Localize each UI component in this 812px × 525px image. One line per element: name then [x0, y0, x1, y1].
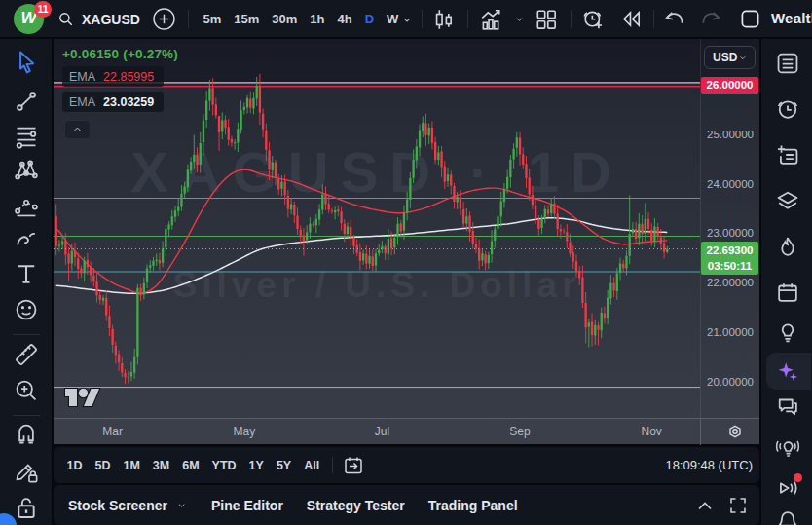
ideas-bulb-icon — [775, 319, 800, 345]
timeframe-30m[interactable]: 30m — [267, 9, 302, 29]
timeframe-15m[interactable]: 15m — [229, 9, 264, 29]
level-price-badge: 26.00000 — [701, 77, 758, 94]
goto-date-button[interactable] — [343, 455, 364, 476]
lock-all-tool[interactable] — [14, 495, 39, 520]
bar-replay-button[interactable] — [619, 8, 643, 31]
layout-grid-button[interactable] — [535, 8, 558, 31]
streams-bulb-button[interactable] — [775, 435, 800, 461]
layers-button[interactable] — [775, 188, 800, 213]
timeframe-d[interactable]: D — [360, 9, 379, 29]
redo-button[interactable] — [699, 8, 722, 31]
timeframe-4h[interactable]: 4h — [333, 9, 357, 29]
tab-label: Pine Editor — [211, 498, 283, 513]
drawing-lock-tool[interactable] — [14, 459, 39, 484]
chart-style-button[interactable] — [432, 8, 456, 31]
chat-button[interactable] — [775, 394, 800, 419]
range-1m[interactable]: 1M — [117, 455, 146, 476]
zoom-in-tool[interactable] — [14, 378, 39, 403]
bottom-panel-tabs: Stock ScreenerPine EditorStrategy Tester… — [54, 498, 518, 513]
month-label-mar: Mar — [102, 425, 123, 438]
timeframe-1h[interactable]: 1h — [305, 9, 329, 29]
month-label-sep: Sep — [509, 425, 530, 438]
fib-retracement-tool[interactable] — [14, 124, 39, 149]
alert-clock-button[interactable] — [775, 96, 800, 122]
tab-stock-screener[interactable]: Stock Screener — [68, 498, 188, 513]
month-label-jul: Jul — [375, 425, 389, 438]
lock-all-icon — [14, 495, 39, 520]
hotlist-flame-button[interactable] — [775, 234, 800, 259]
indicators-menu-button[interactable] — [513, 13, 526, 25]
candles-icon — [432, 8, 456, 31]
price-axis[interactable]: USD 25.0000024.0000023.0000022.0000021.0… — [700, 39, 759, 418]
ai-sparkles-button[interactable] — [775, 358, 800, 384]
timeframe-group: 5m15m30m1h4hDW — [197, 0, 405, 38]
panel-maximize-button[interactable] — [728, 496, 748, 515]
notifications-bell-button[interactable] — [775, 508, 800, 525]
live-play-button[interactable] — [775, 475, 800, 501]
create-alert-button[interactable] — [581, 8, 605, 31]
indicator-legend-row[interactable]: EMA23.03259 — [62, 92, 164, 112]
watchlist-button[interactable] — [775, 51, 800, 76]
tradingview-logo[interactable] — [65, 389, 99, 406]
maximize-icon — [728, 496, 748, 515]
price-tick-label: 25.00000 — [707, 129, 754, 140]
axis-settings-button[interactable] — [725, 422, 745, 441]
right-sidebar — [760, 39, 812, 525]
calendar-icon — [775, 280, 800, 305]
currency-select[interactable]: USD — [704, 46, 756, 69]
panel-collapse-button[interactable] — [695, 496, 715, 515]
ideas-bulb-button[interactable] — [775, 319, 800, 345]
xabcd-pattern-tool[interactable] — [14, 158, 39, 183]
current-price-value: 22.69300 — [701, 243, 758, 258]
indicator-legend-row[interactable]: EMA22.85995 — [62, 66, 164, 87]
legend-collapse-button[interactable] — [64, 120, 91, 139]
time-axis[interactable]: MarMayJulSepNov — [54, 418, 759, 444]
calendar-goto-icon — [343, 455, 364, 476]
brush-tool[interactable] — [14, 227, 39, 252]
indicator-legend-rows: EMA22.85995EMA23.03259 — [62, 66, 178, 112]
tab-strategy-tester[interactable]: Strategy Tester — [307, 498, 405, 513]
tab-pine-editor[interactable]: Pine Editor — [211, 498, 283, 513]
forecast-tool[interactable] — [14, 194, 39, 219]
toolbar-divider — [422, 10, 423, 28]
bar-close-countdown: 03:50:11 — [701, 258, 758, 274]
toolbar-divider — [188, 10, 189, 28]
range-ytd[interactable]: YTD — [205, 455, 242, 476]
gear-icon — [725, 422, 745, 441]
text-tool[interactable] — [14, 261, 39, 286]
tab-trading-panel[interactable]: Trading Panel — [428, 498, 518, 513]
range-6m[interactable]: 6M — [176, 455, 205, 476]
app-logo[interactable]: W 11 — [13, 3, 57, 36]
range-1y[interactable]: 1Y — [242, 455, 270, 476]
price-tick-label: 22.00000 — [707, 277, 754, 288]
timeframe-5m[interactable]: 5m — [199, 9, 227, 29]
bar-replay-icon — [619, 8, 643, 31]
save-layout-square-icon — [740, 9, 760, 29]
ruler-icon — [14, 342, 39, 367]
range-1d[interactable]: 1D — [60, 455, 89, 476]
magnet-tool[interactable] — [14, 423, 39, 448]
layers-icon — [775, 188, 800, 213]
symbol-search-value: XAGUSD — [82, 12, 140, 27]
add-symbol-button[interactable] — [153, 8, 175, 30]
range-divider — [332, 457, 333, 473]
indicators-button[interactable] — [479, 8, 502, 31]
cursor-tool[interactable] — [14, 49, 39, 74]
undo-button[interactable] — [663, 8, 686, 31]
save-layout-button[interactable] — [740, 9, 760, 29]
notifications-bell-icon — [775, 508, 800, 525]
timeframe-menu-button[interactable] — [400, 13, 414, 26]
journal-plus-button[interactable] — [775, 142, 800, 168]
search-icon — [57, 11, 75, 28]
range-all[interactable]: All — [298, 455, 326, 476]
range-5d[interactable]: 5D — [89, 455, 117, 476]
range-5y[interactable]: 5Y — [270, 455, 297, 476]
range-3m[interactable]: 3M — [146, 455, 175, 476]
ruler-tool[interactable] — [14, 342, 39, 367]
emoji-tool[interactable] — [14, 297, 39, 322]
calendar-button[interactable] — [775, 280, 800, 305]
toolbar-divider — [653, 10, 654, 28]
symbol-search-button[interactable]: XAGUSD — [57, 7, 140, 31]
clock-utc[interactable]: 18:09:48 (UTC) — [665, 458, 753, 472]
trend-line-tool[interactable] — [14, 89, 39, 114]
